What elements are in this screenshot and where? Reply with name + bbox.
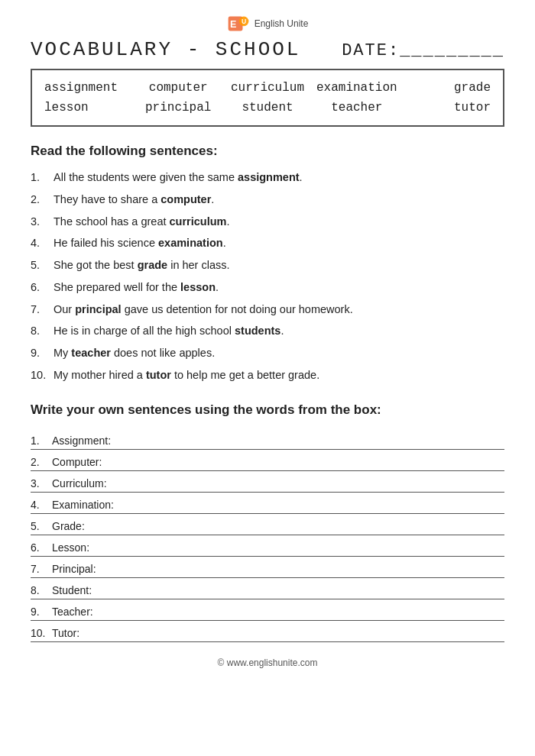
- sentence-num: 5.: [31, 257, 54, 274]
- svg-text:U: U: [242, 18, 246, 25]
- sentence-item: 10.My mother hired a tutor to help me ge…: [31, 367, 504, 384]
- write-label: Examination:: [52, 499, 136, 511]
- write-item: 10.Tutor:: [31, 621, 504, 642]
- write-line[interactable]: [136, 519, 504, 533]
- vocab-word-computer: computer: [134, 81, 223, 95]
- write-num: 7.: [31, 563, 52, 575]
- write-list: 1.Assignment:2.Computer:3.Curriculum:4.E…: [31, 428, 504, 642]
- main-title: VOCABULARY - SCHOOL: [31, 38, 300, 61]
- write-num: 9.: [31, 606, 52, 618]
- vocab-row-1: assignment computer curriculum examinati…: [44, 78, 491, 98]
- vocab-word-student: student: [223, 101, 313, 115]
- write-item: 9.Teacher:: [31, 599, 504, 621]
- write-line[interactable]: [136, 498, 504, 512]
- vocab-word-teacher: teacher: [312, 101, 401, 115]
- sentence-text: Our principal gave us detention for not …: [54, 302, 504, 318]
- write-label: Principal:: [52, 563, 136, 575]
- write-label: Student:: [52, 584, 136, 596]
- sentence-item: 1.All the students were given the same a…: [31, 170, 504, 186]
- sentence-num: 10.: [31, 367, 54, 384]
- sentence-text: She got the best grade in her class.: [54, 257, 504, 274]
- svg-text:E: E: [230, 19, 236, 30]
- footer: © www.englishunite.com: [31, 657, 504, 668]
- sentence-item: 6.She prepared well for the lesson.: [31, 279, 504, 296]
- vocab-row-2: lesson principal student teacher tutor: [44, 98, 491, 118]
- vocab-word-grade: grade: [401, 81, 491, 95]
- write-label: Assignment:: [52, 435, 136, 447]
- write-item: 1.Assignment:: [31, 428, 504, 450]
- sentence-text: He is in charge of all the high school s…: [54, 323, 504, 340]
- sentence-num: 3.: [31, 214, 54, 231]
- vocab-word-principal: principal: [134, 101, 223, 115]
- write-line[interactable]: [136, 626, 504, 640]
- sentence-text: My mother hired a tutor to help me get a…: [54, 367, 504, 384]
- write-item: 5.Grade:: [31, 514, 504, 535]
- write-label: Teacher:: [52, 606, 136, 618]
- read-section: Read the following sentences: 1.All the …: [31, 144, 504, 384]
- write-line[interactable]: [136, 541, 504, 554]
- sentence-item: 8.He is in charge of all the high school…: [31, 323, 504, 340]
- vocab-word-examination: examination: [312, 81, 401, 95]
- write-item: 8.Student:: [31, 578, 504, 599]
- sentence-text: All the students were given the same ass…: [54, 170, 504, 186]
- write-line[interactable]: [136, 562, 504, 576]
- sentence-num: 4.: [31, 235, 54, 252]
- vocab-word-lesson: lesson: [44, 101, 134, 115]
- sentence-num: 2.: [31, 192, 54, 208]
- write-num: 5.: [31, 520, 52, 532]
- write-label: Tutor:: [52, 627, 136, 639]
- sentence-item: 2.They have to share a computer.: [31, 192, 504, 208]
- write-line[interactable]: [136, 455, 504, 469]
- date-field: DATE:_________: [342, 41, 504, 60]
- sentence-item: 3.The school has a great curriculum.: [31, 214, 504, 231]
- title-row: VOCABULARY - SCHOOL DATE:_________: [31, 38, 504, 61]
- vocab-word-tutor: tutor: [401, 101, 491, 115]
- sentence-text: The school has a great curriculum.: [54, 214, 504, 231]
- sentence-item: 4.He failed his science examination.: [31, 235, 504, 252]
- logo-area: E U English Unite: [31, 15, 504, 32]
- sentence-num: 9.: [31, 345, 54, 362]
- write-item: 2.Computer:: [31, 450, 504, 471]
- write-line[interactable]: [136, 434, 504, 447]
- sentence-num: 8.: [31, 323, 54, 340]
- sentence-num: 1.: [31, 170, 54, 186]
- write-num: 1.: [31, 435, 52, 447]
- write-num: 6.: [31, 541, 52, 554]
- write-num: 2.: [31, 456, 52, 468]
- sentence-text: My teacher does not like apples.: [54, 345, 504, 362]
- vocab-word-assignment: assignment: [44, 81, 134, 95]
- vocab-box: assignment computer curriculum examinati…: [31, 69, 504, 127]
- sentence-item: 5.She got the best grade in her class.: [31, 257, 504, 274]
- sentence-text: He failed his science examination.: [54, 235, 504, 252]
- vocab-word-curriculum: curriculum: [223, 81, 313, 95]
- sentence-item: 9.My teacher does not like apples.: [31, 345, 504, 362]
- sentence-num: 6.: [31, 279, 54, 296]
- write-num: 4.: [31, 499, 52, 511]
- write-line[interactable]: [136, 477, 504, 490]
- write-label: Lesson:: [52, 541, 136, 554]
- write-num: 3.: [31, 477, 52, 489]
- sentence-item: 7.Our principal gave us detention for no…: [31, 302, 504, 318]
- write-line[interactable]: [136, 605, 504, 619]
- write-item: 4.Examination:: [31, 493, 504, 514]
- write-item: 7.Principal:: [31, 557, 504, 578]
- write-section-title: Write your own sentences using the words…: [31, 402, 504, 418]
- logo-text: English Unite: [255, 18, 309, 29]
- write-line[interactable]: [136, 583, 504, 597]
- footer-text: © www.englishunite.com: [218, 657, 318, 668]
- sentence-list: 1.All the students were given the same a…: [31, 170, 504, 384]
- write-label: Grade:: [52, 520, 136, 532]
- write-section: Write your own sentences using the words…: [31, 402, 504, 642]
- logo-icon: E U: [227, 15, 250, 32]
- read-section-title: Read the following sentences:: [31, 144, 504, 159]
- write-num: 8.: [31, 584, 52, 596]
- write-item: 3.Curriculum:: [31, 471, 504, 493]
- write-item: 6.Lesson:: [31, 535, 504, 557]
- write-label: Curriculum:: [52, 477, 136, 489]
- sentence-text: She prepared well for the lesson.: [54, 279, 504, 296]
- sentence-num: 7.: [31, 302, 54, 318]
- sentence-text: They have to share a computer.: [54, 192, 504, 208]
- write-label: Computer:: [52, 456, 136, 468]
- write-num: 10.: [31, 627, 52, 639]
